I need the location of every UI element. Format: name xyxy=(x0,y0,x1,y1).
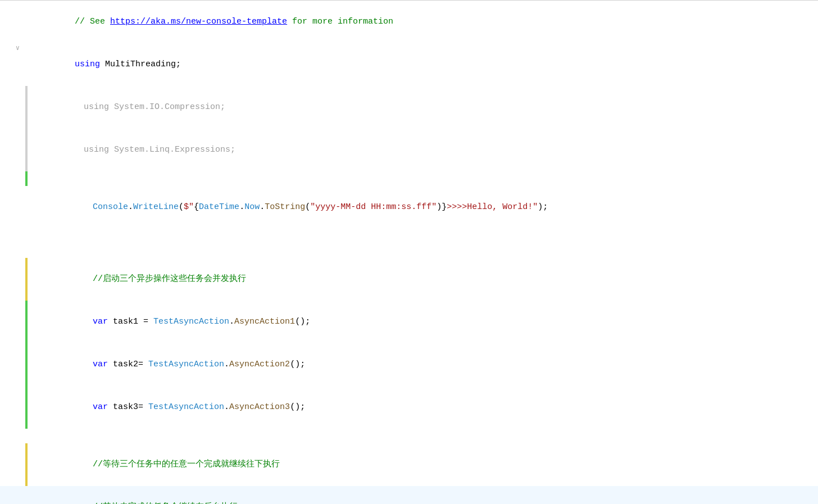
indicator-12 xyxy=(25,386,28,429)
indicator-13 xyxy=(25,429,28,443)
indicator-8 xyxy=(25,243,28,258)
comment-9: //启动三个异步操作这些任务会并发执行 xyxy=(93,274,246,284)
call1: (); xyxy=(295,317,310,326)
indicator-7 xyxy=(25,229,28,243)
code-line-13 xyxy=(0,429,818,443)
dollar-sign: $" xyxy=(184,202,194,212)
code-line-14: //等待三个任务中的任意一个完成就继续往下执行 xyxy=(0,443,818,486)
datetime-class: DateTime xyxy=(199,202,239,212)
format-string: "yyyy-MM-dd HH:mm:ss.fff" xyxy=(310,202,437,212)
code-line-5 xyxy=(0,171,818,186)
code-content-1: // See https://aka.ms/new-console-templa… xyxy=(30,1,807,43)
asyncaction1: AsyncAction1 xyxy=(234,317,295,326)
code-line-3: using System.IO.Compression; xyxy=(0,86,818,129)
indicator-5 xyxy=(25,171,28,186)
code-content-4: using System.Linq.Expressions; xyxy=(30,129,807,171)
testasync2: TestAsyncAction xyxy=(148,360,224,369)
tostring-method: ToString xyxy=(265,202,305,212)
var2-text: task2= xyxy=(108,360,148,369)
code-content-3: using System.IO.Compression; xyxy=(30,86,807,129)
testasync1: TestAsyncAction xyxy=(153,317,229,326)
dot2: . xyxy=(239,202,244,212)
code-line-15: //其他未完成的任务会继续在后台执行 xyxy=(0,486,818,504)
kw-using2: using xyxy=(84,102,109,112)
comment-14: //等待三个任务中的任意一个完成就继续往下执行 xyxy=(93,460,280,469)
dot-t1: . xyxy=(229,317,234,326)
indicator-9 xyxy=(25,258,28,301)
indicator-6 xyxy=(25,186,28,229)
paren1: ( xyxy=(179,202,184,212)
code-line-8 xyxy=(0,243,818,258)
var1-text: task1 = xyxy=(108,317,153,326)
indicator-15 xyxy=(25,486,28,504)
var3-text: task3= xyxy=(108,402,148,412)
code-line-11: var task2= TestAsyncAction.AsyncAction2(… xyxy=(0,343,818,386)
dot3: . xyxy=(260,202,265,212)
code-line-9: //启动三个异步操作这些任务会并发执行 xyxy=(0,258,818,301)
code-content-6: Console.WriteLine($"{DateTime.Now.ToStri… xyxy=(30,186,807,229)
kw-var3: var xyxy=(93,402,108,412)
code-line-2: ∨ using MultiThreading; xyxy=(0,43,818,86)
asyncaction2: AsyncAction2 xyxy=(229,360,290,369)
editor-container: // See https://aka.ms/new-console-templa… xyxy=(0,0,818,504)
indicator-14 xyxy=(25,443,28,486)
call2: (); xyxy=(290,360,305,369)
code-content-12: var task3= TestAsyncAction.AsyncAction3(… xyxy=(30,386,807,429)
collapse-icon[interactable]: ∨ xyxy=(16,43,20,54)
testasync3: TestAsyncAction xyxy=(148,402,224,412)
code-content-10: var task1 = TestAsyncAction.AsyncAction1… xyxy=(30,301,807,343)
dot-t2: . xyxy=(224,360,229,369)
code-content-9: //启动三个异步操作这些任务会并发执行 xyxy=(30,258,807,301)
code-line-12: var task3= TestAsyncAction.AsyncAction3(… xyxy=(0,386,818,429)
dot-t3: . xyxy=(224,402,229,412)
call3: (); xyxy=(290,402,305,412)
indicator-3 xyxy=(25,86,28,129)
comment-prefix: // See xyxy=(75,17,110,26)
semicolon1: ); xyxy=(538,202,548,212)
gutter-2: ∨ xyxy=(0,43,25,54)
kw-using: using xyxy=(75,60,100,69)
code-line-6: Console.WriteLine($"{DateTime.Now.ToStri… xyxy=(0,186,818,229)
writeline-method: WriteLine xyxy=(133,202,179,212)
indicator-11 xyxy=(25,343,28,386)
now-prop: Now xyxy=(244,202,260,212)
asyncaction3: AsyncAction3 xyxy=(229,402,290,412)
comment-suffix: for more information xyxy=(287,17,393,26)
hello-text: >>>>Hello, World!" xyxy=(447,202,538,212)
kw-var1: var xyxy=(93,317,108,326)
code-content-2: using MultiThreading; xyxy=(30,43,807,86)
code-line-1: // See https://aka.ms/new-console-templa… xyxy=(0,1,818,43)
plain-space: MultiThreading; xyxy=(100,60,181,69)
indicator-4 xyxy=(25,129,28,171)
code-line-4: using System.Linq.Expressions; xyxy=(0,129,818,171)
console-class: Console xyxy=(93,202,128,212)
dot1: . xyxy=(128,202,133,212)
code-line-7 xyxy=(0,229,818,243)
code-line-10: var task1 = TestAsyncAction.AsyncAction1… xyxy=(0,301,818,343)
paren2: ( xyxy=(305,202,310,212)
code-content-15: //其他未完成的任务会继续在后台执行 xyxy=(30,486,807,504)
brace1: { xyxy=(194,202,199,212)
indicator-2 xyxy=(25,43,28,86)
kw-using3: using xyxy=(84,145,109,155)
kw-var2: var xyxy=(93,360,108,369)
indicator-1 xyxy=(25,1,28,43)
code-content-5 xyxy=(30,171,807,174)
code-content-14: //等待三个任务中的任意一个完成就继续往下执行 xyxy=(30,443,807,486)
code-area[interactable]: // See https://aka.ms/new-console-templa… xyxy=(0,1,818,504)
paren3: )} xyxy=(437,202,447,212)
namespace-text2: System.Linq.Expressions; xyxy=(109,145,235,155)
indicator-10 xyxy=(25,301,28,343)
ms-link[interactable]: https://aka.ms/new-console-template xyxy=(110,17,287,26)
namespace-text: System.IO.Compression; xyxy=(109,102,225,112)
code-content-11: var task2= TestAsyncAction.AsyncAction2(… xyxy=(30,343,807,386)
